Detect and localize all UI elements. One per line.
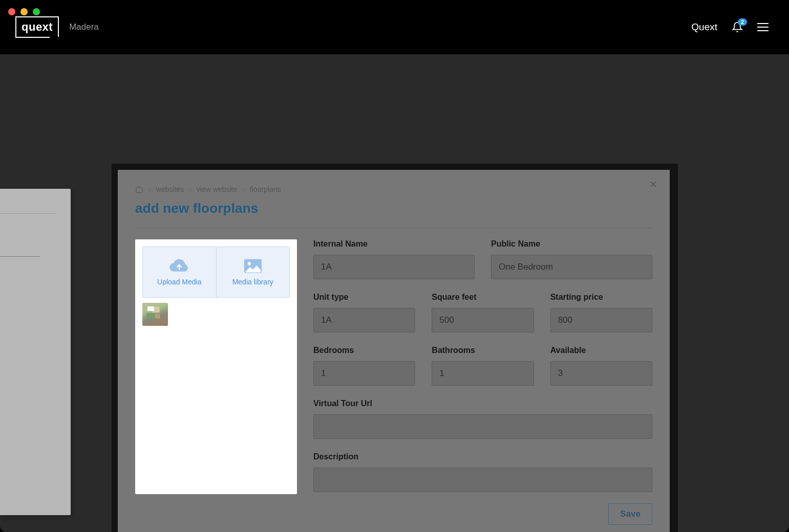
modal-title: add new floorplans (135, 201, 652, 216)
bathrooms-field: Bathrooms (432, 346, 534, 386)
starting-price-input[interactable] (550, 308, 652, 332)
unit-type-label: Unit type (313, 293, 415, 302)
internal-name-field: Internal Name (313, 239, 475, 279)
notifications-button[interactable]: 2 (732, 21, 743, 33)
breadcrumb-floorplans[interactable]: floorplans (250, 185, 281, 193)
current-user[interactable]: Quext (691, 21, 717, 33)
bedrooms-input[interactable] (313, 361, 415, 386)
square-feet-field: Square feet (432, 293, 534, 332)
starting-price-label: Starting price (550, 293, 652, 302)
community-name: Madera (69, 22, 99, 32)
upload-media-label: Upload Media (157, 278, 201, 286)
close-icon (648, 179, 658, 189)
breadcrumb-view-website[interactable]: view website (197, 185, 237, 193)
app-window: quext Madera Quext 2 › (0, 0, 789, 532)
breadcrumb-websites[interactable]: websites (156, 185, 184, 193)
available-label: Available (550, 346, 652, 355)
bathrooms-label: Bathrooms (432, 346, 534, 355)
description-field: Description (313, 452, 652, 494)
menu-button[interactable] (757, 23, 769, 31)
home-icon[interactable] (135, 185, 143, 193)
floorplan-form: Internal Name Public Name Unit type (313, 239, 652, 494)
upload-media-button[interactable]: Upload Media (143, 247, 216, 297)
bedrooms-label: Bedrooms (313, 346, 415, 355)
modal-backdrop: › websites › view website › floorplans a… (112, 164, 678, 532)
media-library-button[interactable]: Media library (216, 247, 290, 297)
modal-body: Upload Media Media library Internal Name (135, 239, 652, 494)
topbar: quext Madera Quext 2 (0, 0, 789, 54)
notification-badge: 2 (738, 18, 747, 26)
bathrooms-input[interactable] (432, 361, 534, 386)
add-floorplan-modal: › websites › view website › floorplans a… (118, 170, 670, 532)
available-input[interactable] (550, 361, 652, 386)
public-name-input[interactable] (491, 255, 652, 279)
topbar-actions: Quext 2 (691, 21, 769, 33)
unit-type-field: Unit type (313, 293, 415, 332)
description-input[interactable] (313, 468, 652, 492)
public-name-label: Public Name (491, 239, 652, 249)
internal-name-label: Internal Name (313, 239, 475, 249)
hamburger-icon (757, 23, 769, 24)
square-feet-input[interactable] (432, 308, 534, 332)
chevron-right-icon: › (242, 185, 245, 193)
media-panel: Upload Media Media library (135, 239, 297, 494)
virtual-tour-input[interactable] (313, 414, 652, 439)
square-feet-label: Square feet (432, 293, 534, 302)
save-button[interactable]: Save (608, 503, 652, 525)
svg-point-1 (247, 262, 250, 265)
virtual-tour-label: Virtual Tour Url (313, 399, 652, 408)
unit-type-input[interactable] (313, 308, 415, 332)
media-picker: Upload Media Media library (142, 247, 290, 298)
breadcrumb: › websites › view website › floorplans (135, 185, 652, 193)
content-area: › websites › view website › floorplans a… (0, 54, 789, 532)
floorplan-thumbnail[interactable] (142, 303, 168, 326)
background-panel (0, 189, 71, 515)
image-icon (244, 258, 262, 274)
cloud-upload-icon (169, 258, 189, 274)
bedrooms-field: Bedrooms (313, 346, 415, 386)
public-name-field: Public Name (491, 239, 652, 279)
internal-name-input[interactable] (313, 255, 475, 279)
description-label: Description (313, 452, 652, 461)
virtual-tour-field: Virtual Tour Url (313, 399, 652, 439)
media-library-label: Media library (232, 278, 273, 286)
close-button[interactable] (648, 179, 658, 189)
divider (135, 228, 652, 228)
available-field: Available (550, 346, 652, 386)
chevron-right-icon: › (189, 185, 191, 193)
brand-logo[interactable]: quext (15, 16, 59, 38)
chevron-right-icon: › (148, 185, 151, 193)
brand-block: quext Madera (15, 16, 99, 38)
starting-price-field: Starting price (550, 293, 652, 332)
